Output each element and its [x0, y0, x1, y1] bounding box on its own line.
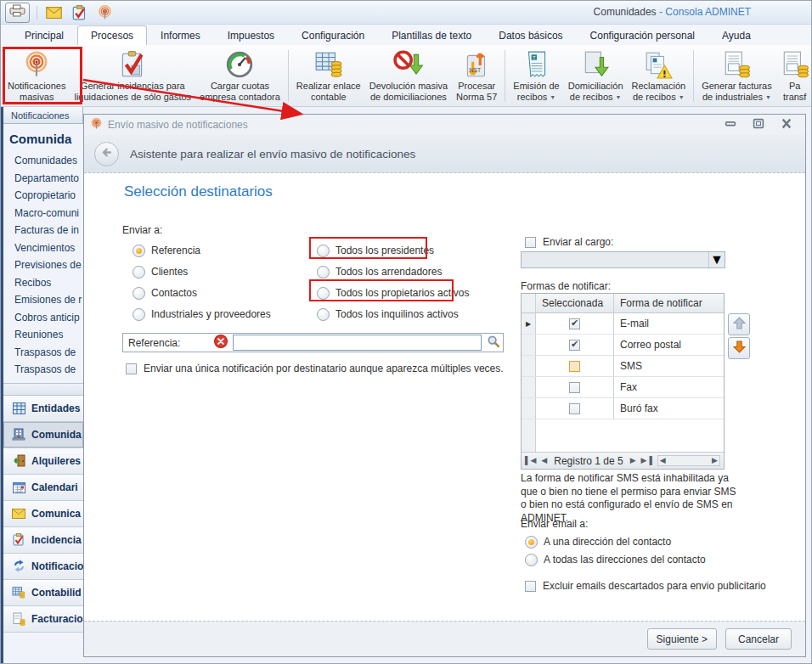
scroll-left-icon[interactable]: ◀ — [660, 457, 666, 464]
radio-option[interactable]: A una dirección del contacto — [525, 535, 706, 549]
position-select[interactable]: ▼︎ — [521, 251, 725, 268]
ribbon-tab[interactable]: Plantillas de texto — [378, 25, 485, 45]
radio-option[interactable]: Industriales y proveedores — [133, 307, 271, 321]
selected-cell[interactable] — [536, 335, 614, 355]
sidebar-link[interactable]: Traspasos de — [14, 344, 83, 362]
sidebar-link[interactable]: Macro-comuni — [14, 205, 83, 222]
sidebar-nav-item[interactable]: Comunida — [3, 422, 83, 448]
ribbon-tab[interactable]: Procesos — [77, 25, 147, 45]
ribbon-tab[interactable]: Datos básicos — [485, 25, 576, 45]
ribbon-button[interactable]: Reclamación de recibos▼ — [628, 48, 691, 104]
ribbon-tab[interactable]: Ayuda — [708, 25, 764, 45]
back-button[interactable] — [94, 142, 119, 166]
ribbon-button[interactable]: NST Procesar Norma 57▼ — [452, 48, 501, 104]
last-record-button[interactable]: ▶▐ — [641, 457, 652, 464]
sidebar-link[interactable]: Reuniones — [14, 326, 83, 344]
sidebar-link[interactable]: Vencimientos — [14, 239, 83, 257]
ribbon-button[interactable]: Pa transf▼ — [776, 48, 811, 104]
ribbon-tab[interactable]: Principal — [11, 25, 77, 45]
radio-label: Referencia — [151, 245, 200, 256]
sidebar-link[interactable]: Facturas de in — [14, 222, 83, 239]
move-down-button[interactable] — [728, 337, 750, 359]
next-record-button[interactable]: ▶ — [630, 457, 636, 464]
exclude-emails-checkbox-row[interactable]: Excluir emails descartados para envio pu… — [525, 580, 766, 592]
chevron-down-icon: ▼ — [765, 94, 771, 100]
selected-cell[interactable] — [536, 356, 614, 376]
sidebar-link[interactable]: Cobros anticip — [14, 309, 83, 327]
ribbon-button[interactable]: Cargar cuotas empresa contadora▼ — [195, 48, 285, 104]
sidebar-link[interactable]: Previsiones de — [14, 256, 83, 274]
antenna-icon[interactable] — [95, 4, 114, 21]
cancel-button[interactable]: Cancelar — [725, 628, 792, 650]
ribbon-tab[interactable]: Informes — [147, 25, 214, 45]
ribbon-button[interactable]: ▼ — [693, 50, 694, 102]
sidebar-link[interactable]: Traspasos de — [14, 361, 83, 379]
ribbon-button[interactable]: Domiciliación de recibos▼ — [564, 48, 628, 104]
ribbon-tab[interactable]: Configuración personal — [577, 25, 708, 45]
radio-option[interactable]: Todos los presidentes — [317, 244, 469, 257]
table-row[interactable]: ▶ Fax — [522, 377, 724, 398]
sidebar-panel-tab[interactable]: Notificaciones — [3, 107, 83, 124]
sidebar-nav-item[interactable]: Calendari — [3, 475, 83, 501]
clear-icon[interactable] — [214, 335, 228, 352]
horizontal-scrollbar[interactable]: ◀ ▶ — [657, 455, 720, 466]
section-title: Selección destinatarios — [124, 183, 273, 200]
sidebar-nav-item[interactable]: Alquileres — [3, 448, 83, 475]
ribbon-button[interactable]: Realizar enlace contable▼ — [292, 48, 365, 104]
sidebar-link[interactable]: Copropietario — [14, 187, 83, 205]
search-icon[interactable] — [487, 335, 500, 352]
dialog-title-bar[interactable]: Envío masivo de notificaciones — [84, 115, 805, 135]
first-record-button[interactable]: ▌◀ — [525, 457, 536, 464]
ribbon-button[interactable]: T Emisión de recibos▼ — [509, 48, 563, 104]
table-row[interactable]: ▶ SMS — [522, 356, 724, 377]
scroll-right-icon[interactable]: ▶ — [712, 457, 718, 464]
close-icon[interactable] — [781, 117, 792, 132]
reference-input[interactable] — [233, 335, 482, 351]
table-row[interactable]: ▶ Correo postal — [522, 335, 724, 356]
radio-option[interactable]: Contactos — [133, 286, 271, 300]
sidebar-nav-icon — [11, 402, 26, 414]
window-title: Comunidades - Consola ADMINET — [594, 6, 751, 18]
sidebar-link[interactable]: Departamento — [14, 170, 83, 188]
sidebar-link[interactable]: Comunidades — [14, 152, 83, 170]
ribbon-button[interactable]: Notificaciones masivas▼ — [3, 48, 70, 104]
sidebar-splitter[interactable] — [3, 383, 83, 396]
sidebar-nav-item[interactable]: Incidencia — [3, 527, 83, 554]
unique-notification-checkbox-row[interactable]: Enviar una única notificación por destin… — [126, 363, 504, 374]
ribbon-button[interactable]: ▼ — [288, 50, 289, 102]
table-row[interactable]: ▶ Buró fax — [522, 398, 724, 419]
sidebar-nav-item[interactable]: Comunica — [3, 501, 83, 527]
selected-cell[interactable] — [536, 398, 614, 419]
minimize-icon[interactable] — [725, 117, 736, 132]
table-row[interactable]: ▶ E-mail — [522, 313, 724, 335]
radio-option[interactable]: A todas las direcciones del contacto — [525, 553, 706, 566]
mail-icon[interactable] — [44, 4, 63, 21]
ribbon-button[interactable]: Generar facturas de industriales▼ — [697, 48, 776, 104]
sidebar-nav-item[interactable]: Contabilid — [3, 580, 83, 606]
chevron-down-icon[interactable]: ▼︎ — [708, 252, 725, 267]
next-button[interactable]: Siguiente > — [647, 628, 717, 650]
radio-option[interactable]: Referencia — [133, 244, 271, 257]
ribbon-button[interactable]: ▼ — [505, 50, 505, 102]
tasks-icon[interactable] — [70, 4, 88, 21]
ribbon-button[interactable]: Devolución masiva de domiciliaciones▼ — [365, 48, 452, 104]
ribbon-button[interactable]: Generar incidencias para liquidaciones d… — [70, 48, 195, 104]
selected-cell[interactable] — [536, 377, 614, 397]
radio-option[interactable]: Clientes — [133, 265, 271, 279]
selected-cell[interactable] — [536, 313, 614, 334]
radio-option[interactable]: Todos los arrendadores — [317, 265, 469, 279]
sidebar-link[interactable]: Recibos — [14, 274, 83, 292]
sidebar-nav-item[interactable]: Notificacio — [3, 554, 83, 580]
app-menu-button[interactable] — [5, 3, 30, 23]
send-to-position-checkbox-row[interactable]: Enviar al cargo: — [525, 236, 613, 248]
radio-option[interactable]: Todos los propietarios activos — [317, 286, 469, 300]
sidebar-nav-item[interactable]: Facturacio — [3, 606, 83, 633]
restore-icon[interactable] — [753, 117, 764, 132]
radio-option[interactable]: Todos los inquilinos activos — [317, 307, 469, 321]
move-up-button[interactable] — [728, 313, 750, 335]
ribbon-tab[interactable]: Impuestos — [214, 25, 288, 45]
ribbon-tab[interactable]: Configuración — [288, 25, 378, 45]
sidebar-link[interactable]: Emisiones de r — [14, 291, 83, 309]
prev-record-button[interactable]: ◀ — [541, 457, 547, 464]
sidebar-nav-item[interactable]: Entidades — [3, 396, 83, 422]
